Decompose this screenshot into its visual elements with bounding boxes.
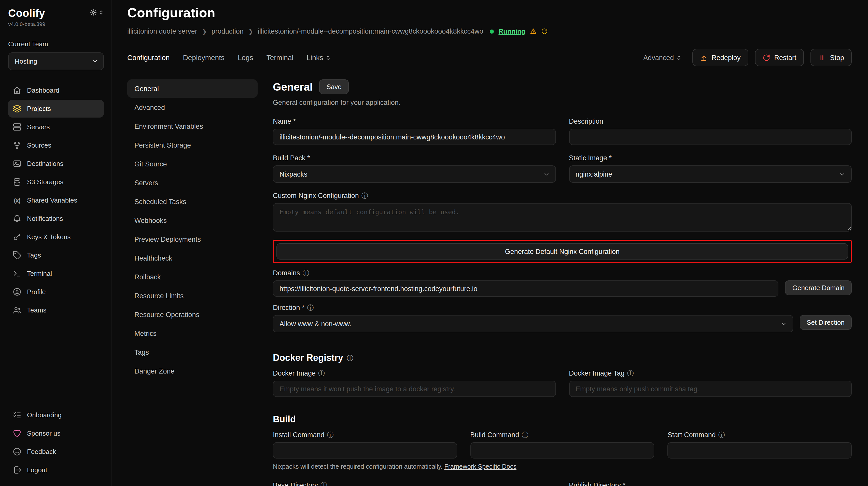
breadcrumb-project[interactable]: illicitonion quote server bbox=[127, 28, 197, 35]
config-nav-tags[interactable]: Tags bbox=[127, 343, 257, 361]
config-nav-preview-deployments[interactable]: Preview Deployments bbox=[127, 230, 257, 248]
sidebar-footer: Onboarding Sponsor us Feedback Logout bbox=[8, 406, 104, 479]
sidebar-item-label: Keys & Tokens bbox=[27, 233, 71, 241]
config-nav-rollback[interactable]: Rollback bbox=[127, 268, 257, 286]
config-nav-resource-operations[interactable]: Resource Operations bbox=[127, 305, 257, 324]
tab-terminal[interactable]: Terminal bbox=[267, 54, 293, 62]
breadcrumb-environment[interactable]: production bbox=[212, 28, 244, 35]
sidebar-item-label: Logout bbox=[27, 466, 48, 474]
sidebar-item-sources[interactable]: Sources bbox=[8, 136, 104, 154]
sidebar-item-label: Shared Variables bbox=[27, 196, 78, 204]
refresh-status-icon[interactable] bbox=[541, 28, 548, 35]
general-form: General Save General configuration for y… bbox=[273, 79, 852, 486]
tab-deployments[interactable]: Deployments bbox=[183, 54, 224, 62]
base-directory-label: Base Directory bbox=[273, 481, 318, 486]
sidebar-item-dashboard[interactable]: Dashboard bbox=[8, 82, 104, 99]
sidebar-item-label: Projects bbox=[27, 105, 51, 112]
generate-nginx-config-button[interactable]: Generate Default Nginx Configuration bbox=[276, 243, 848, 260]
sidebar-item-label: Sponsor us bbox=[27, 429, 61, 437]
docker-registry-title: Docker Registry bbox=[273, 353, 343, 363]
static-image-select[interactable]: nginx:alpine bbox=[569, 165, 852, 183]
restart-icon bbox=[762, 54, 770, 61]
tab-configuration[interactable]: Configuration bbox=[127, 54, 170, 62]
sidebar-item-tags[interactable]: Tags bbox=[8, 246, 104, 264]
sidebar: Coolify v4.0.0-beta.399 Current Team Hos… bbox=[0, 0, 112, 486]
config-nav-servers[interactable]: Servers bbox=[127, 173, 257, 192]
sidebar-item-terminal[interactable]: Terminal bbox=[8, 265, 104, 283]
status-running-link[interactable]: Running bbox=[498, 28, 525, 35]
sidebar-item-label: Notifications bbox=[27, 215, 63, 222]
docker-image-tag-input[interactable] bbox=[569, 381, 852, 397]
build-pack-select[interactable]: Nixpacks bbox=[273, 165, 556, 183]
config-nav-advanced[interactable]: Advanced bbox=[127, 98, 257, 117]
config-nav-healthcheck[interactable]: Healthcheck bbox=[127, 249, 257, 267]
sidebar-item-onboarding[interactable]: Onboarding bbox=[8, 406, 104, 424]
config-nav-persistent-storage[interactable]: Persistent Storage bbox=[127, 136, 257, 154]
sidebar-item-feedback[interactable]: Feedback bbox=[8, 443, 104, 460]
stop-button[interactable]: Stop bbox=[810, 49, 852, 66]
direction-select[interactable]: Allow www & non-www. bbox=[273, 315, 793, 332]
sidebar-nav: Dashboard Projects Servers Sources Desti… bbox=[8, 82, 104, 319]
sidebar-item-profile[interactable]: Profile bbox=[8, 283, 104, 301]
advanced-selector[interactable]: Advanced bbox=[643, 54, 681, 61]
config-nav-metrics[interactable]: Metrics bbox=[127, 324, 257, 343]
config-nav-scheduled-tasks[interactable]: Scheduled Tasks bbox=[127, 192, 257, 211]
config-nav-git-source[interactable]: Git Source bbox=[127, 155, 257, 173]
config-nav-danger-zone[interactable]: Danger Zone bbox=[127, 362, 257, 380]
nixpacks-note: Nixpacks will detect the required config… bbox=[273, 463, 852, 470]
sidebar-item-notifications[interactable]: Notifications bbox=[8, 210, 104, 227]
tab-logs[interactable]: Logs bbox=[238, 54, 253, 62]
config-nav-general[interactable]: General bbox=[127, 79, 257, 98]
sidebar-item-shared-variables[interactable]: (x) Shared Variables bbox=[8, 191, 104, 209]
tab-label: Terminal bbox=[267, 54, 293, 62]
description-input[interactable] bbox=[569, 129, 852, 145]
breadcrumb-separator: ❯ bbox=[202, 28, 207, 35]
info-icon: ⓘ bbox=[718, 431, 725, 438]
docker-image-field-group: Docker Image ⓘ bbox=[273, 369, 556, 397]
sidebar-item-logout[interactable]: Logout bbox=[8, 461, 104, 479]
sidebar-item-sponsor[interactable]: Sponsor us bbox=[8, 424, 104, 442]
sidebar-item-s3-storages[interactable]: S3 Storages bbox=[8, 173, 104, 191]
sidebar-item-destinations[interactable]: Destinations bbox=[8, 155, 104, 172]
name-input[interactable] bbox=[273, 129, 556, 145]
tab-links[interactable]: Links bbox=[307, 54, 331, 62]
direction-field-group: Direction * ⓘ Allow www & non-www. Set D… bbox=[273, 304, 852, 332]
config-nav-resource-limits[interactable]: Resource Limits bbox=[127, 287, 257, 305]
theme-switcher[interactable] bbox=[90, 9, 104, 16]
redeploy-icon bbox=[700, 54, 707, 61]
redeploy-button[interactable]: Redeploy bbox=[692, 49, 748, 66]
config-nav-environment-variables[interactable]: Environment Variables bbox=[127, 117, 257, 135]
generate-domain-button[interactable]: Generate Domain bbox=[785, 281, 852, 295]
breadcrumb-resource[interactable]: illicitestonion/-module--decomposition:m… bbox=[258, 28, 483, 35]
framework-docs-link[interactable]: Framework Specific Docs bbox=[444, 463, 517, 470]
install-command-input[interactable] bbox=[273, 442, 457, 458]
chevron-down-icon bbox=[839, 171, 846, 177]
header-actions: Advanced Redeploy Restart Stop bbox=[643, 49, 852, 66]
sidebar-item-label: Destinations bbox=[27, 160, 63, 167]
set-direction-button[interactable]: Set Direction bbox=[800, 315, 852, 330]
section-subtitle: General configuration for your applicati… bbox=[273, 99, 852, 106]
bell-icon bbox=[13, 214, 21, 223]
tabs: Configuration Deployments Logs Terminal … bbox=[127, 54, 331, 62]
start-command-input[interactable] bbox=[668, 442, 852, 458]
domains-input[interactable] bbox=[273, 281, 779, 297]
section-title: General bbox=[273, 80, 313, 93]
team-select[interactable]: Hosting bbox=[8, 53, 104, 70]
sidebar-item-keys-tokens[interactable]: Keys & Tokens bbox=[8, 228, 104, 246]
sidebar-item-projects[interactable]: Projects bbox=[8, 100, 104, 118]
restart-button[interactable]: Restart bbox=[755, 49, 804, 66]
build-command-input[interactable] bbox=[470, 442, 654, 458]
team-select-value: Hosting bbox=[15, 58, 37, 65]
breadcrumb-separator: ❯ bbox=[248, 28, 253, 35]
name-field-group: Name * bbox=[273, 118, 556, 145]
sidebar-item-servers[interactable]: Servers bbox=[8, 118, 104, 136]
sidebar-item-label: Servers bbox=[27, 123, 50, 131]
description-label: Description bbox=[569, 118, 852, 125]
save-button[interactable]: Save bbox=[319, 79, 348, 94]
key-icon bbox=[13, 233, 21, 241]
docker-image-input[interactable] bbox=[273, 381, 556, 397]
nginx-config-textarea[interactable] bbox=[273, 203, 852, 232]
sidebar-item-teams[interactable]: Teams bbox=[8, 301, 104, 319]
tab-label: Deployments bbox=[183, 54, 224, 62]
config-nav-webhooks[interactable]: Webhooks bbox=[127, 211, 257, 229]
